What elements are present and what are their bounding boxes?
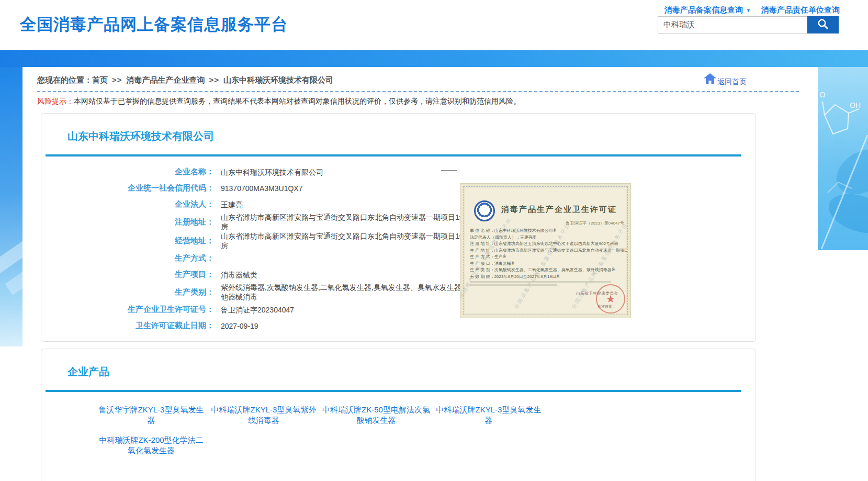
health-emblem-icon	[474, 200, 495, 221]
back-home-label: 返回首页	[717, 77, 747, 86]
back-home-link[interactable]: 返回首页	[703, 73, 747, 86]
dashed-divider	[37, 91, 799, 92]
breadcrumb: 您现在的位置：首页>>消毒产品生产企业查询>>山东中科瑞沃环境技术有限公司	[37, 72, 803, 88]
field-label: 企业名称：	[41, 167, 214, 177]
certificate-image: 全国消毒产品网上备案信息服务平台 全国消毒产品网上备案信息服务平台 全国消毒产品…	[460, 183, 631, 318]
products-card: 企业产品 鲁沃华宇牌ZKYL-3型臭氧发生器 中科瑞沃牌ZKYL-3型臭氧紫外线…	[41, 349, 756, 481]
field-row: 经营地址：山东省潍坊市高新区潍安路与宝通街交叉路口东北角自动变速器一期项目1#厂…	[41, 231, 756, 250]
company-card-title: 山东中科瑞沃环境技术有限公司	[67, 129, 756, 143]
field-value: 91370700MA3M3U1QX7	[221, 184, 472, 193]
company-card-divider	[46, 154, 741, 156]
decor-left-background	[0, 67, 22, 346]
field-value: 消毒器械类	[221, 270, 472, 279]
field-row: 企业名称：山东中科瑞沃环境技术有限公司	[41, 164, 756, 180]
home-icon	[704, 73, 716, 86]
field-label: 经营地址：	[41, 236, 214, 246]
field-row: 生产企业卫生许可证号：鲁卫消证字202304047	[41, 301, 756, 318]
svg-text:O: O	[819, 90, 826, 99]
product-link[interactable]: 中科瑞沃牌ZK-200型化学法二氧化氯发生器	[96, 435, 207, 456]
field-label: 生产方式：	[41, 253, 214, 263]
breadcrumb-current: 山东中科瑞沃环境技术有限公司	[223, 75, 333, 84]
field-label: 企业法人：	[41, 199, 214, 209]
certificate-line: 法定代表人（或负责人）：王建亮※	[470, 234, 627, 241]
breadcrumb-company-query[interactable]: 消毒产品生产企业查询	[127, 75, 205, 84]
banner-strip	[0, 50, 868, 67]
molecule-graphic: O OH	[817, 243, 868, 250]
company-card: 山东中科瑞沃环境技术有限公司 企业名称：山东中科瑞沃环境技术有限公司 企业统一社…	[41, 113, 756, 342]
field-label: 生产项目：	[41, 270, 214, 279]
field-value: 紫外线消毒器,次氯酸钠发生器,二氧化氯发生器,臭氧发生器、臭氧水发生器,其他器械…	[221, 283, 472, 301]
product-link[interactable]: 中科瑞沃牌ZKYL-3型臭氧紫外线消毒器	[208, 405, 319, 426]
certificate-title: 消毒产品生产企业卫生许可证	[501, 205, 617, 215]
top-nav: 消毒产品备案信息查询▼ 消毒产品责任单位查询	[664, 5, 842, 15]
breadcrumb-row: 您现在的位置：首页>>消毒产品生产企业查询>>山东中科瑞沃环境技术有限公司 返回…	[37, 72, 803, 88]
svg-text:OH: OH	[850, 101, 861, 109]
product-link[interactable]: 鲁沃华宇牌ZKYL-3型臭氧发生器	[96, 405, 207, 426]
search-icon	[817, 18, 829, 32]
certificate-line: 单 位 名 称：山东中科瑞沃环境技术有限公司※	[470, 228, 627, 234]
product-link[interactable]: 中科瑞沃牌ZKYL-3型臭氧发生器	[433, 405, 544, 426]
field-label: 注册地址：	[41, 217, 214, 227]
field-row: 企业统一社会信用代码：91370700MA3M3U1QX7	[41, 180, 756, 196]
red-seal-icon: ★	[596, 284, 625, 314]
product-list: 鲁沃华宇牌ZKYL-3型臭氧发生器 中科瑞沃牌ZKYL-3型臭氧紫外线消毒器 中…	[41, 405, 547, 465]
certificate-line: 生 产 地 址：山东省潍坊市高新区潍安路与宝通街交叉路口东北角自动变速器一期项目…	[470, 248, 627, 254]
product-link[interactable]: 中科瑞沃牌ZK-50型电解法次氯酸钠发生器	[321, 405, 432, 426]
certificate-lines: 单 位 名 称：山东中科瑞沃环境技术有限公司※ 法定代表人（或负责人）：王建亮※…	[470, 228, 627, 280]
field-value: 王建亮	[221, 200, 472, 209]
page: 全国消毒产品网上备案信息服务平台 消毒产品备案信息查询▼ 消毒产品责任单位查询	[0, 0, 868, 481]
field-row: 企业法人：王建亮	[41, 196, 756, 212]
search-button[interactable]	[807, 16, 839, 33]
breadcrumb-home[interactable]: 首页	[92, 75, 108, 84]
risk-notice-label: 风险提示：	[37, 97, 74, 105]
field-row: 注册地址：山东省潍坊市高新区潍安路与宝通街交叉路口东北角自动变速器一期项目1#厂…	[41, 212, 756, 231]
certificate-line: 生 产 方 式：生产※	[470, 254, 627, 261]
field-row: 生产类别：紫外线消毒器,次氯酸钠发生器,二氧化氯发生器,臭氧发生器、臭氧水发生器…	[41, 283, 756, 301]
certificate-line: 注 册 地 址：山东省潍坊高新区玉清东街以北中心次干道以西高新大厦902号科研	[470, 241, 627, 248]
certificate-line: 有 效 期 限：2023年9月20日至2027年9月19日※	[470, 274, 627, 281]
products-card-title: 企业产品	[67, 365, 756, 379]
field-label: 生产企业卫生许可证号：	[41, 305, 214, 315]
search-input[interactable]	[658, 16, 807, 33]
field-value: 山东省潍坊市高新区潍安路与宝通街交叉路口东北角自动变速器一期项目1#厂房	[221, 212, 472, 231]
field-label: 卫生许可证截止日期：	[41, 321, 214, 331]
field-value: 山东中科瑞沃环境技术有限公司	[221, 167, 472, 177]
certificate-line: 生 产 项 目：消毒器械※	[470, 261, 627, 267]
breadcrumb-separator: >>	[112, 75, 122, 84]
field-row: 生产方式：	[41, 250, 756, 266]
certificate-scan-mark	[441, 170, 457, 171]
risk-notice: 风险提示：本网站仅基于已掌握的信息提供查询服务，查询结果不代表本网站对被查询对象…	[37, 97, 803, 106]
nav-link-record-query[interactable]: 消毒产品备案信息查询▼	[664, 5, 751, 15]
field-value: 2027-09-19	[221, 321, 472, 331]
certificate-fine-print	[470, 281, 611, 287]
field-value: 山东省潍坊市高新区潍安路与宝通街交叉路口东北角自动变速器一期项目1#厂房	[221, 231, 472, 250]
nav-link-unit-query[interactable]: 消毒产品责任单位查询	[761, 5, 840, 15]
breadcrumb-separator: >>	[209, 75, 220, 84]
chevron-down-icon: ▼	[746, 8, 751, 13]
risk-notice-text: 本网站仅基于已掌握的信息提供查询服务，查询结果不代表本网站对被查询对象信用状况的…	[74, 97, 521, 105]
field-row: 生产项目：消毒器械类	[41, 266, 756, 283]
nav-link-record-query-label: 消毒产品备案信息查询	[664, 5, 743, 14]
field-label: 生产类别：	[41, 287, 214, 297]
certificate-line: 生 产 类 别：次氯酸钠发生器、二氧化氯发生器、臭氧发生器、紫外线消毒器※	[470, 267, 627, 274]
decor-right-background: O OH	[817, 67, 868, 250]
content-panel: 您现在的位置：首页>>消毒产品生产企业查询>>山东中科瑞沃环境技术有限公司 返回…	[22, 67, 818, 481]
certificate-number: 鲁卫消证字（2023）第04047号	[566, 220, 624, 226]
products-card-divider	[46, 390, 741, 392]
field-label: 企业统一社会信用代码：	[41, 183, 214, 193]
field-row: 卫生许可证截止日期：2027-09-19	[41, 318, 756, 334]
site-header: 全国消毒产品网上备案信息服务平台 消毒产品备案信息查询▼ 消毒产品责任单位查询	[0, 0, 868, 50]
company-fields: 企业名称：山东中科瑞沃环境技术有限公司 企业统一社会信用代码：91370700M…	[41, 164, 756, 334]
site-title: 全国消毒产品网上备案信息服务平台	[20, 14, 288, 36]
search-box	[658, 16, 839, 33]
breadcrumb-prefix: 您现在的位置：	[37, 75, 92, 84]
field-value: 鲁卫消证字202304047	[221, 305, 472, 315]
